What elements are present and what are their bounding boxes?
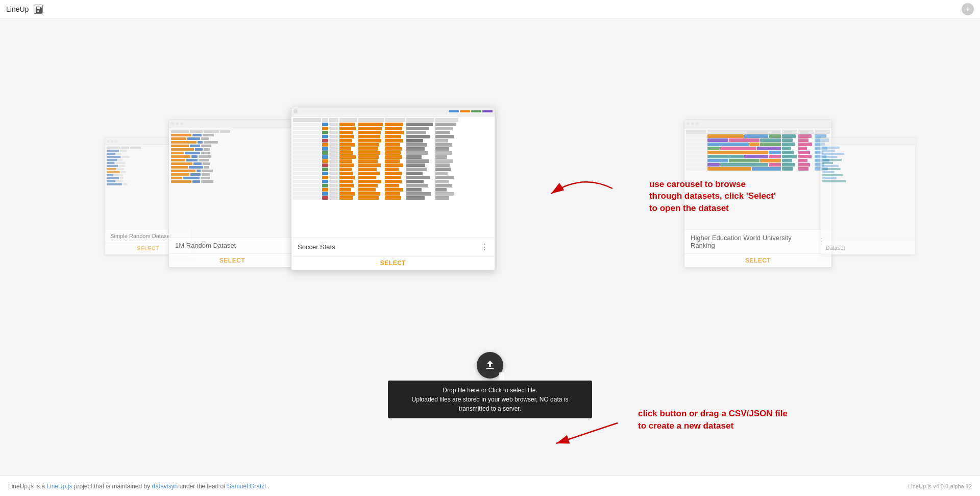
card-title-higher-education: Higher Education World University Rankin… xyxy=(691,234,817,249)
upload-tooltip-line2: Uploaded files are stored in your web br… xyxy=(396,395,584,413)
annotation-carousel-text: use carousel to browse through datasets,… xyxy=(649,179,776,214)
select-1m-random-button[interactable]: SELECT xyxy=(169,253,296,267)
upload-arrow xyxy=(536,413,638,454)
annotation-carousel: use carousel to browse through datasets,… xyxy=(649,178,776,215)
top-bar: LineUp + xyxy=(0,0,980,18)
bottom-bar: LineUp.js is a LineUp.js project that is… xyxy=(0,476,980,496)
card-footer-soccer-stats: Soccer Stats ⋮ xyxy=(291,238,495,256)
card-footer-far-right: Dataset xyxy=(820,240,915,254)
card-far-right: Dataset xyxy=(820,137,916,255)
card-menu-icon-soccer[interactable]: ⋮ xyxy=(480,242,488,252)
annotation-upload: click button or drag a CSV/JSON file to … xyxy=(638,408,791,432)
card-title-simple-random: Simple Random Dataset xyxy=(110,232,172,239)
add-dataset-button[interactable]: + xyxy=(962,3,974,15)
card-1m-random: 1M Random Dataset SELECT xyxy=(168,120,296,268)
top-bar-left: LineUp xyxy=(6,5,43,14)
version-label: LineUp.js v4.0.0-alpha.12 xyxy=(908,483,972,489)
card-preview-1m-random xyxy=(169,120,296,237)
card-title-soccer-stats: Soccer Stats xyxy=(298,243,335,251)
footer-text: LineUp.js is a LineUp.js project that is… xyxy=(8,483,270,490)
carousel-arrow xyxy=(531,163,633,214)
app-title: LineUp xyxy=(6,5,29,13)
upload-area: Drop file here or Click to select file. … xyxy=(388,352,592,418)
upload-icon xyxy=(484,359,496,371)
card-title-1m-random: 1M Random Dataset xyxy=(175,242,236,249)
card-preview-far-right xyxy=(820,138,915,241)
select-higher-education-button[interactable]: SELECT xyxy=(684,253,831,267)
card-soccer-stats: Soccer Stats ⋮ SELECT xyxy=(291,107,495,270)
card-preview-soccer-stats xyxy=(291,107,495,238)
footer-mid1: project that is maintained by xyxy=(74,483,152,490)
annotation-upload-text: click button or drag a CSV/JSON file to … xyxy=(638,408,791,432)
carousel-area: Simple Random Dataset SELECT xyxy=(0,76,980,342)
upload-tooltip-line1: Drop file here or Click to select file. xyxy=(396,386,584,395)
upload-tooltip: Drop file here or Click to select file. … xyxy=(388,381,592,418)
footer-datavisyn-link[interactable]: datavisyn xyxy=(152,483,178,490)
select-soccer-stats-button[interactable]: SELECT xyxy=(291,256,495,270)
upload-button[interactable] xyxy=(477,352,503,379)
card-title-far-right: Dataset xyxy=(826,244,845,251)
footer-mid2: under the lead of xyxy=(180,483,227,490)
card-footer-higher-education: Higher Education World University Rankin… xyxy=(684,229,831,253)
save-button[interactable] xyxy=(34,5,43,14)
footer-lineup-link[interactable]: LineUp.js xyxy=(46,483,72,490)
main-content: Simple Random Dataset SELECT xyxy=(0,18,980,476)
footer-pre: LineUp.js is a xyxy=(8,483,46,490)
footer-samuel-link[interactable]: Samuel Gratzl xyxy=(227,483,266,490)
card-footer-1m-random: 1M Random Dataset xyxy=(169,237,296,253)
